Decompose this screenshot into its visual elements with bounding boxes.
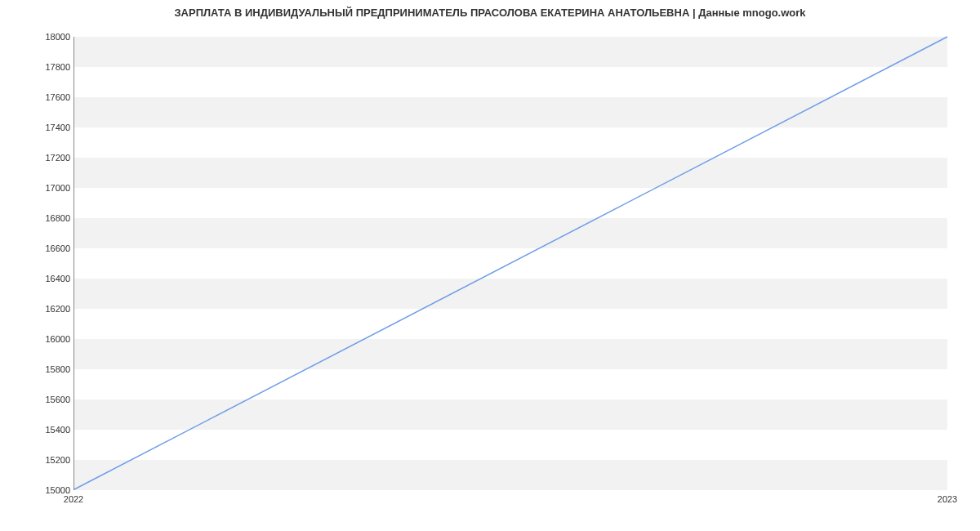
y-tick-label: 15200 [5, 455, 70, 465]
x-tick-label: 2023 [938, 494, 957, 504]
y-tick-label: 18000 [5, 32, 70, 42]
y-tick-label: 16200 [5, 304, 70, 314]
y-tick-label: 15400 [5, 425, 70, 435]
y-tick-label: 16000 [5, 334, 70, 344]
data-line [74, 37, 947, 489]
y-tick-label: 17800 [5, 62, 70, 72]
y-tick-label: 16800 [5, 213, 70, 223]
chart-title: ЗАРПЛАТА В ИНДИВИДУАЛЬНЫЙ ПРЕДПРИНИМАТЕЛ… [0, 0, 980, 19]
y-tick-label: 15600 [5, 395, 70, 404]
y-tick-label: 17000 [5, 183, 70, 193]
y-tick-label: 17600 [5, 92, 70, 102]
y-tick-label: 17200 [5, 153, 70, 163]
y-tick-label: 15800 [5, 364, 70, 374]
y-tick-label: 17400 [5, 123, 70, 132]
data-line-layer [74, 37, 947, 489]
y-tick-label: 15000 [5, 485, 70, 495]
y-tick-label: 16600 [5, 243, 70, 253]
plot-area [74, 37, 947, 490]
chart-container: 1500015200154001560015800160001620016400… [0, 25, 980, 515]
x-tick-label: 2022 [64, 494, 83, 504]
y-tick-label: 16400 [5, 274, 70, 283]
